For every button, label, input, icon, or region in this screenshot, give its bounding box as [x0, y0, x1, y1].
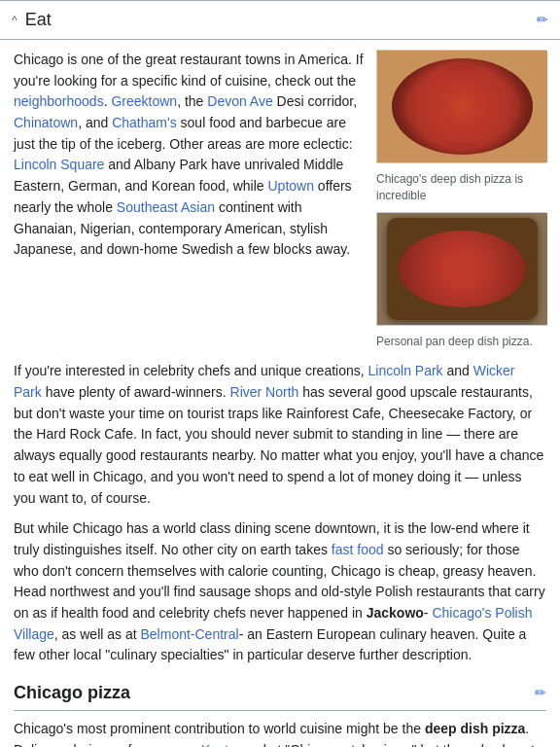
header-left: ^ Eat	[12, 7, 52, 33]
intro-text: Chicago is one of the great restaurant t…	[14, 50, 365, 349]
paragraph-3: But while Chicago has a world class dini…	[14, 518, 546, 666]
link-kyoto[interactable]: Kyoto	[201, 742, 236, 747]
image-column-1: Chicago's deep dish pizza is incredible …	[376, 50, 546, 349]
chicago-pizza-title: Chicago pizza	[14, 680, 130, 706]
image-1-caption: Chicago's deep dish pizza is incredible	[376, 171, 546, 204]
chevron-up-icon[interactable]: ^	[12, 12, 18, 29]
link-lincoln-park[interactable]: Lincoln Park	[368, 363, 443, 378]
intro-section: Chicago is one of the great restaurant t…	[14, 50, 546, 349]
link-southeast-asian[interactable]: Southeast Asian	[117, 199, 215, 215]
eat-section: ^ Eat ✏ Chicago is one of the great rest…	[0, 0, 560, 747]
content-area: Chicago is one of the great restaurant t…	[0, 40, 560, 747]
pan-pizza-image-visual	[377, 213, 547, 325]
deep-dish-image	[376, 50, 546, 163]
pizza-edit-icon[interactable]: ✏	[535, 683, 546, 703]
link-lincoln-square[interactable]: Lincoln Square	[14, 157, 104, 172]
pan-pizza-image	[376, 212, 546, 326]
link-belmont-central[interactable]: Belmont-Central	[140, 626, 238, 642]
chicago-pizza-header: Chicago pizza ✏	[14, 680, 546, 711]
jackowo-text: Jackowo	[367, 605, 424, 621]
section-header: ^ Eat ✏	[0, 0, 560, 40]
pizza-paragraph: Chicago's most prominent contribution to…	[14, 719, 546, 747]
link-greektown[interactable]: Greektown	[111, 93, 177, 109]
deep-dish-bold: deep dish pizza	[425, 721, 525, 736]
link-chinatown[interactable]: Chinatown	[14, 115, 78, 130]
edit-icon[interactable]: ✏	[537, 10, 548, 30]
link-river-north[interactable]: River North	[230, 384, 299, 400]
paragraph-1: Chicago is one of the great restaurant t…	[14, 50, 365, 261]
pizza-image-visual	[377, 51, 547, 162]
link-uptown[interactable]: Uptown	[267, 178, 313, 194]
paragraph-2: If you're interested in celebrity chefs …	[14, 361, 546, 509]
link-devon-ave[interactable]: Devon Ave	[207, 93, 272, 109]
link-neighborhoods[interactable]: neighborhoods	[14, 93, 104, 109]
image-2-caption: Personal pan deep dish pizza.	[376, 334, 546, 350]
link-polish-village[interactable]: Chicago's Polish Village	[14, 605, 532, 642]
link-chathams[interactable]: Chatham's	[112, 115, 176, 130]
section-title: Eat	[25, 7, 52, 33]
link-fast-food[interactable]: fast food	[332, 542, 384, 557]
